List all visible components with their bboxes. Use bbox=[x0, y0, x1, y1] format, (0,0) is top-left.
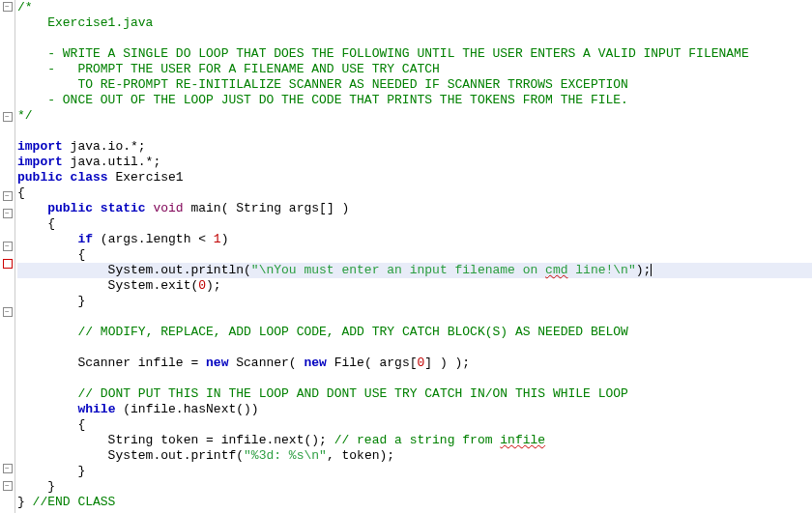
code-line[interactable]: TO RE-PROMPT RE-INITILALIZE SCANNER AS N… bbox=[17, 77, 812, 93]
gutter-row bbox=[0, 323, 14, 338]
fold-toggle-icon[interactable]: − bbox=[3, 242, 13, 251]
code-token bbox=[17, 402, 77, 416]
code-line[interactable]: */ bbox=[17, 108, 812, 124]
gutter-row: − bbox=[0, 191, 14, 207]
code-line[interactable]: String token = infile.next(); // read a … bbox=[17, 433, 812, 448]
code-line[interactable]: } bbox=[17, 479, 812, 495]
code-token: { bbox=[17, 216, 55, 231]
code-token: - ONCE OUT OF THE LOOP JUST DO THE CODE … bbox=[17, 93, 628, 107]
code-token: "%3d: %s\n" bbox=[244, 448, 327, 463]
code-token: java.io.*; bbox=[71, 139, 146, 154]
code-line[interactable]: import java.io.*; bbox=[17, 139, 812, 155]
code-editor[interactable]: /* Exercise1.java - WRITE A SINGLE DO LO… bbox=[15, 0, 812, 513]
gutter-row bbox=[0, 158, 14, 174]
gutter-row bbox=[0, 33, 14, 48]
code-line[interactable]: // MODIFY, REPLACE, ADD LOOP CODE, ADD T… bbox=[17, 325, 812, 340]
code-line[interactable]: } bbox=[17, 464, 812, 479]
gutter-row: − bbox=[0, 307, 14, 323]
code-line[interactable]: // DONT PUT THIS IN THE LOOP AND DONT US… bbox=[17, 386, 812, 402]
code-token: infile bbox=[500, 433, 545, 447]
code-token: - WRITE A SINGLE DO LOOP THAT DOES THE F… bbox=[17, 46, 749, 61]
code-token: 0 bbox=[198, 278, 206, 293]
code-line[interactable] bbox=[17, 124, 812, 139]
gutter-row bbox=[0, 385, 14, 400]
gutter-row bbox=[0, 400, 14, 415]
change-marker-icon bbox=[3, 259, 13, 269]
code-token: if bbox=[77, 232, 93, 246]
code-token: cmd bbox=[545, 263, 567, 277]
code-token: while bbox=[77, 402, 115, 416]
gutter-row bbox=[0, 415, 14, 431]
code-line[interactable]: } bbox=[17, 294, 812, 309]
code-line[interactable]: { bbox=[17, 185, 812, 201]
code-line[interactable]: Exercise1.java bbox=[17, 15, 812, 31]
code-line[interactable]: { bbox=[17, 216, 812, 232]
code-line[interactable]: - PROMPT THE USER FOR A FILENAME AND USE… bbox=[17, 62, 812, 77]
code-token: public class bbox=[17, 170, 115, 185]
code-line[interactable]: } //END CLASS bbox=[17, 495, 812, 510]
code-token: (args.length < bbox=[93, 232, 214, 246]
code-token: */ bbox=[17, 108, 33, 123]
code-line[interactable]: import java.util.*; bbox=[17, 155, 812, 170]
code-line[interactable]: while (infile.hasNext()) bbox=[17, 402, 812, 417]
code-token: // MODIFY, REPLACE, ADD LOOP CODE, ADD T… bbox=[77, 325, 628, 339]
code-line[interactable]: - WRITE A SINGLE DO LOOP THAT DOES THE F… bbox=[17, 46, 812, 62]
gutter-row: − bbox=[0, 481, 14, 497]
fold-toggle-icon[interactable]: − bbox=[3, 112, 13, 122]
code-token: (infile.hasNext()) bbox=[115, 402, 258, 416]
gutter-row bbox=[0, 354, 14, 369]
gutter-row: − bbox=[0, 464, 14, 479]
code-token: line!\n" bbox=[568, 263, 636, 277]
gutter-row bbox=[0, 17, 14, 33]
code-token: new bbox=[304, 356, 326, 370]
code-line[interactable]: public class Exercise1 bbox=[17, 170, 812, 185]
code-token: { bbox=[17, 185, 25, 200]
code-token: , token); bbox=[327, 448, 394, 463]
code-token: } bbox=[17, 294, 85, 308]
code-line[interactable]: public static void main( String args[] ) bbox=[17, 201, 812, 216]
code-token: System.out.printf( bbox=[17, 448, 244, 463]
gutter-row bbox=[0, 274, 14, 290]
fold-toggle-icon[interactable]: − bbox=[3, 464, 13, 473]
fold-toggle-icon[interactable]: − bbox=[3, 2, 13, 12]
fold-toggle-icon[interactable]: − bbox=[3, 191, 13, 201]
code-token: //END CLASS bbox=[33, 495, 116, 509]
code-line[interactable] bbox=[17, 309, 812, 325]
code-token: } bbox=[17, 479, 55, 494]
gutter-row bbox=[0, 338, 14, 354]
fold-gutter: −−−−−−−− bbox=[0, 0, 15, 513]
code-token bbox=[17, 232, 77, 246]
code-line[interactable]: - ONCE OUT OF THE LOOP JUST DO THE CODE … bbox=[17, 93, 812, 108]
code-token bbox=[17, 325, 77, 339]
code-token bbox=[17, 386, 77, 401]
code-line[interactable] bbox=[17, 371, 812, 386]
code-line[interactable]: /* bbox=[17, 0, 812, 15]
code-line[interactable] bbox=[17, 31, 812, 46]
code-token: TO RE-PROMPT RE-INITILALIZE SCANNER AS N… bbox=[17, 77, 628, 92]
gutter-row bbox=[0, 79, 14, 95]
code-token: /* bbox=[17, 0, 33, 14]
code-token: import bbox=[17, 139, 71, 154]
code-line[interactable]: if (args.length < 1) bbox=[17, 232, 812, 247]
code-token bbox=[17, 201, 47, 215]
code-token: { bbox=[17, 247, 85, 262]
code-line[interactable] bbox=[17, 340, 812, 356]
code-line[interactable]: { bbox=[17, 247, 812, 263]
fold-toggle-icon[interactable]: − bbox=[3, 481, 13, 491]
code-token: void bbox=[153, 201, 183, 215]
code-token: System.out.println( bbox=[17, 263, 251, 277]
code-token: { bbox=[17, 417, 85, 432]
gutter-row bbox=[0, 224, 14, 240]
code-token: } bbox=[17, 495, 33, 509]
code-line[interactable]: Scanner infile = new Scanner( new File( … bbox=[17, 356, 812, 371]
fold-toggle-icon[interactable]: − bbox=[3, 209, 13, 218]
code-line[interactable]: System.out.printf("%3d: %s\n", token); bbox=[17, 448, 812, 464]
code-token: Scanner infile = bbox=[17, 356, 206, 370]
code-token: ) bbox=[221, 232, 229, 246]
code-line[interactable]: System.out.println("\nYou must enter an … bbox=[17, 263, 812, 278]
fold-toggle-icon[interactable]: − bbox=[3, 307, 13, 317]
gutter-row bbox=[0, 128, 14, 143]
code-line[interactable]: { bbox=[17, 417, 812, 433]
code-line[interactable]: System.exit(0); bbox=[17, 278, 812, 294]
gutter-row bbox=[0, 431, 14, 446]
